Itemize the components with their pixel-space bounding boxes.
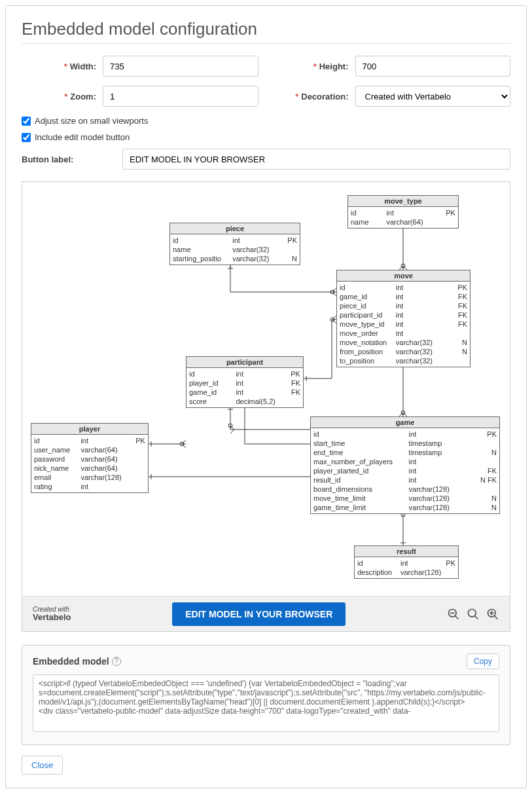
entity-move: moveidintPKgame_idintFKpiece_idintFKpart… [336, 270, 470, 367]
width-input[interactable] [103, 56, 258, 77]
diagram-preview: move_typeidintPKnamevarchar(64) pieceidi… [22, 181, 510, 632]
height-input[interactable] [355, 56, 511, 77]
svg-point-20 [469, 609, 476, 617]
diagram-footer: Created withVertabelo EDIT MODEL IN YOUR… [22, 596, 510, 631]
svg-point-5 [180, 442, 184, 446]
copy-button[interactable]: Copy [467, 653, 499, 669]
svg-point-1 [401, 264, 405, 268]
svg-point-2 [401, 411, 405, 414]
adjust-checkbox[interactable] [22, 117, 31, 126]
zoom-in-icon[interactable] [486, 608, 499, 621]
svg-line-18 [455, 615, 459, 619]
embed-code-textarea[interactable]: <script>if (typeof VertabeloEmbededObjec… [33, 674, 499, 732]
embed-code-box: Embedded model ? Copy <script>if (typeof… [22, 645, 510, 745]
include-label: Include edit model button [35, 132, 130, 142]
entity-result: resultidintPKdescriptionvarchar(128) [354, 545, 459, 579]
diagram-canvas[interactable]: move_typeidintPKnamevarchar(64) pieceidi… [22, 182, 510, 596]
svg-point-3 [330, 318, 334, 321]
height-label: *Height: [274, 62, 349, 71]
decoration-select[interactable]: Created with Vertabelo [355, 86, 511, 107]
width-label: *Width: [22, 62, 96, 71]
modal-panel: Embedded model configuration *Width: *He… [5, 5, 527, 788]
entity-player: playeridintPKuser_namevarchar(64)passwor… [31, 423, 149, 493]
svg-line-21 [475, 615, 478, 619]
help-icon[interactable]: ? [112, 657, 121, 666]
svg-line-23 [495, 615, 498, 619]
decoration-label: *Decoration: [274, 92, 349, 101]
divider [22, 43, 510, 44]
svg-point-0 [330, 290, 334, 294]
button-label-label: Button label: [22, 155, 107, 164]
entity-piece: pieceidintPKnamevarchar(32)starting_posi… [169, 223, 300, 265]
zoom-reset-icon[interactable] [467, 608, 480, 621]
credit-badge: Created withVertabelo [33, 606, 71, 622]
entity-participant: participantidintPKplayer_idintFKgame_idi… [186, 356, 304, 408]
adjust-label: Adjust size on small viewports [35, 116, 148, 126]
entity-move-type: move_typeidintPKnamevarchar(64) [347, 195, 459, 229]
page-title: Embedded model configuration [22, 19, 510, 39]
zoom-input[interactable] [103, 86, 258, 107]
close-button[interactable]: Close [22, 756, 63, 775]
button-label-input[interactable] [122, 149, 510, 170]
svg-point-4 [228, 424, 232, 428]
zoom-out-icon[interactable] [447, 608, 460, 621]
edit-model-button[interactable]: EDIT MODEL IN YOUR BROWSER [172, 602, 346, 626]
entity-game: gameidintPKstart_timetimestampend_timeti… [310, 416, 500, 514]
include-checkbox[interactable] [22, 133, 31, 142]
embed-heading: Embedded model [33, 656, 109, 667]
zoom-label: *Zoom: [22, 92, 96, 101]
